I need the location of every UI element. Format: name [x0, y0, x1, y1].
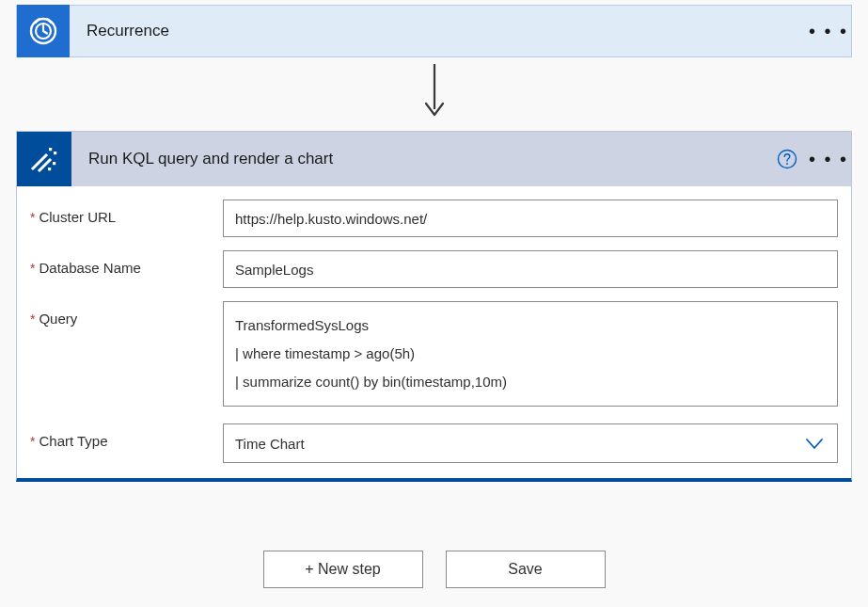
row-query: * Query [30, 301, 838, 410]
svg-rect-11 [54, 152, 56, 154]
kusto-icon [17, 132, 71, 186]
svg-line-4 [36, 20, 39, 24]
svg-rect-12 [53, 162, 55, 165]
svg-line-3 [43, 31, 47, 34]
help-icon [777, 149, 797, 169]
label-cluster-url: * Cluster URL [30, 200, 223, 226]
connector-arrow [422, 62, 447, 122]
action-header[interactable]: Run KQL query and render a chart • • • [17, 132, 851, 186]
label-cluster-url-text: Cluster URL [39, 209, 116, 225]
cluster-url-input[interactable] [223, 200, 838, 237]
svg-rect-10 [49, 148, 52, 151]
trigger-title: Recurrence [70, 22, 806, 40]
recurrence-icon [17, 5, 70, 57]
row-database-name: * Database Name [30, 250, 838, 288]
new-step-label: + New step [305, 561, 380, 578]
required-asterisk: * [30, 260, 35, 277]
row-cluster-url: * Cluster URL [30, 200, 838, 237]
help-button[interactable] [768, 149, 806, 169]
footer: + New step Save [0, 551, 868, 588]
label-query: * Query [30, 301, 223, 327]
chevron-down-icon [803, 432, 826, 455]
action-card: Run KQL query and render a chart • • • *… [16, 131, 852, 482]
save-button[interactable]: Save [446, 551, 606, 588]
action-more-button[interactable]: • • • [806, 149, 851, 170]
label-database-name: * Database Name [30, 250, 223, 277]
action-title: Run KQL query and render a chart [71, 150, 768, 168]
query-input[interactable] [223, 301, 838, 407]
trigger-card[interactable]: Recurrence • • • [16, 5, 852, 57]
label-chart-type: * Chart Type [30, 423, 223, 450]
action-form: * Cluster URL * Database Name * Query [17, 186, 851, 478]
svg-point-15 [786, 163, 788, 165]
chart-type-select[interactable]: Time Chart [223, 423, 838, 463]
required-asterisk: * [30, 311, 35, 327]
required-asterisk: * [30, 433, 35, 450]
required-asterisk: * [30, 209, 35, 226]
database-name-input[interactable] [223, 250, 838, 288]
trigger-more-button[interactable]: • • • [806, 21, 851, 42]
svg-line-5 [48, 20, 52, 24]
save-label: Save [508, 561, 542, 578]
label-query-text: Query [39, 311, 77, 327]
new-step-button[interactable]: + New step [263, 551, 423, 588]
chart-type-value: Time Chart [235, 436, 305, 452]
row-chart-type: * Chart Type Time Chart [30, 423, 838, 463]
label-database-name-text: Database Name [39, 260, 140, 276]
label-chart-type-text: Chart Type [39, 433, 107, 449]
svg-rect-13 [48, 168, 51, 170]
